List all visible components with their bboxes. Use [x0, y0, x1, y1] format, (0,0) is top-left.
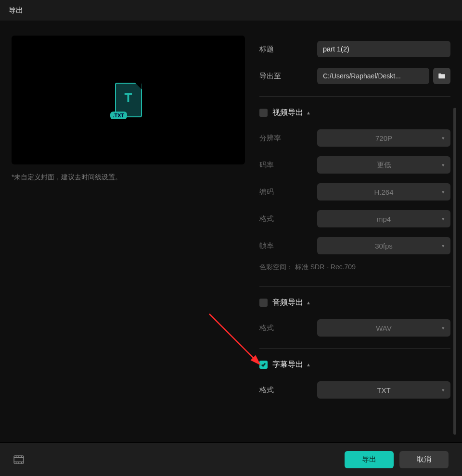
- chevron-down-icon: ▾: [442, 189, 445, 195]
- chevron-down-icon: ▾: [442, 243, 445, 249]
- resolution-dropdown[interactable]: 720P▾: [317, 129, 450, 147]
- chevron-down-icon: ▾: [442, 135, 445, 141]
- check-icon: [261, 362, 266, 367]
- bitrate-dropdown[interactable]: 更低▾: [317, 156, 450, 174]
- subtitle-export-section-header[interactable]: 字幕导出 ▲: [259, 357, 450, 372]
- scrollbar[interactable]: [453, 108, 456, 435]
- right-pane: 标题 导出至 C:/Users/Raphael/Deskt... 视频导出 ▲ …: [245, 36, 450, 442]
- video-format-dropdown[interactable]: mp4▾: [317, 210, 450, 227]
- chevron-up-icon: ▲: [306, 300, 311, 305]
- timeline-icon-button[interactable]: [13, 455, 24, 464]
- filmstrip-icon: [13, 455, 24, 464]
- video-export-section-header[interactable]: 视频导出 ▲: [259, 105, 450, 120]
- preview-thumbnail: T .TXT: [12, 36, 245, 164]
- window-title: 导出: [9, 6, 23, 15]
- left-pane: T .TXT *未自定义封面，建议去时间线设置。: [12, 36, 245, 442]
- cancel-button[interactable]: 取消: [399, 451, 449, 468]
- fps-label: 帧率: [259, 241, 317, 251]
- footer-bar: 导出 取消: [0, 442, 462, 476]
- divider: [259, 348, 450, 349]
- audio-export-title: 音频导出: [272, 298, 303, 308]
- divider: [259, 286, 450, 287]
- subtitle-format-label: 格式: [259, 386, 317, 395]
- audio-format-label: 格式: [259, 324, 317, 333]
- chevron-down-icon: ▾: [442, 325, 445, 331]
- divider: [259, 96, 450, 97]
- audio-export-section-header[interactable]: 音频导出 ▲: [259, 295, 450, 310]
- subtitle-export-checkbox[interactable]: [259, 361, 268, 369]
- video-format-label: 格式: [259, 214, 317, 224]
- chevron-down-icon: ▾: [442, 216, 445, 222]
- video-export-checkbox[interactable]: [259, 109, 268, 117]
- export-button[interactable]: 导出: [345, 451, 394, 468]
- chevron-up-icon: ▲: [306, 362, 311, 367]
- video-export-title: 视频导出: [272, 108, 303, 118]
- codec-dropdown[interactable]: H.264▾: [317, 183, 450, 200]
- codec-label: 编码: [259, 188, 317, 197]
- bitrate-label: 码率: [259, 161, 317, 170]
- content-area: T .TXT *未自定义封面，建议去时间线设置。 标题 导出至 C:/Users…: [0, 21, 462, 442]
- folder-icon: [437, 72, 446, 80]
- txt-badge: .TXT: [110, 112, 128, 119]
- audio-export-checkbox[interactable]: [259, 299, 268, 307]
- browse-folder-button[interactable]: [433, 68, 450, 84]
- chevron-up-icon: ▲: [306, 110, 311, 115]
- title-bar: 导出: [0, 0, 462, 21]
- title-label: 标题: [259, 45, 317, 54]
- chevron-down-icon: ▾: [442, 162, 445, 168]
- export-path-display[interactable]: C:/Users/Raphael/Deskt...: [317, 68, 429, 84]
- subtitle-format-dropdown[interactable]: TXT▾: [317, 381, 450, 399]
- chevron-down-icon: ▾: [442, 387, 445, 393]
- title-input[interactable]: [317, 41, 450, 57]
- subtitle-export-title: 字幕导出: [272, 360, 303, 370]
- fps-dropdown[interactable]: 30fps▾: [317, 237, 450, 254]
- resolution-label: 分辨率: [259, 134, 317, 143]
- audio-format-dropdown[interactable]: WAV▾: [317, 319, 450, 337]
- cover-hint: *未自定义封面，建议去时间线设置。: [12, 173, 245, 182]
- colorspace-line: 色彩空间： 标准 SDR - Rec.709: [259, 259, 450, 279]
- txt-document-icon: T .TXT: [115, 83, 142, 117]
- export-to-label: 导出至: [259, 72, 317, 81]
